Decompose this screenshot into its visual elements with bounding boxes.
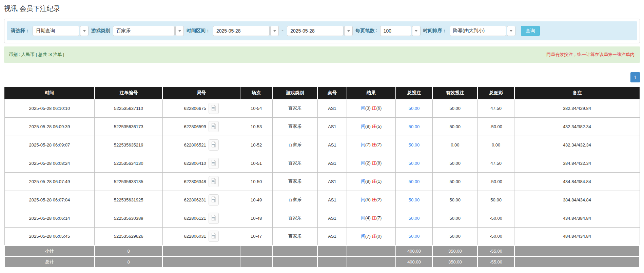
player-score: (7) bbox=[365, 234, 372, 239]
banker-label: 庄 bbox=[372, 197, 376, 202]
remark-cell: 484.84/434.84 bbox=[514, 227, 640, 246]
time-cell: 2025-05-28 06:08:24 bbox=[4, 154, 95, 172]
column-header: 时间 bbox=[4, 87, 95, 99]
date-from-input[interactable] bbox=[213, 26, 270, 36]
session-cell: 10-53 bbox=[240, 117, 273, 136]
total-bet-cell: 50.00 bbox=[396, 209, 433, 227]
order-no-cell: 522535635219 bbox=[95, 136, 162, 154]
chevron-down-icon[interactable] bbox=[412, 26, 421, 36]
player-label: 闲 bbox=[361, 105, 365, 111]
query-type-input[interactable] bbox=[33, 26, 79, 36]
footer-empty-cell bbox=[272, 246, 317, 256]
valid-bet-cell: 50.00 bbox=[432, 191, 477, 209]
result-cell: 闲(7) 庄(0) bbox=[347, 227, 396, 246]
table-no-cell: AS1 bbox=[317, 209, 347, 227]
footer-empty-cell bbox=[514, 246, 640, 256]
video-replay-button[interactable] bbox=[209, 121, 219, 132]
payout-cell: -50.00 bbox=[477, 209, 514, 227]
round-no-content: 622806231 bbox=[164, 194, 239, 206]
pagination-page-1[interactable]: 1 bbox=[630, 72, 640, 82]
valid-bet-cell: 50.00 bbox=[432, 172, 477, 191]
time-sort-input[interactable] bbox=[450, 26, 506, 36]
player-label: 闲 bbox=[361, 215, 365, 220]
footer-total-bet-cell: 400.00 bbox=[396, 246, 433, 256]
game-type-input[interactable] bbox=[113, 26, 175, 36]
round-no-cell: 622806410 bbox=[162, 154, 240, 172]
table-no-cell: AS1 bbox=[317, 99, 347, 117]
banker-score: (1) bbox=[376, 179, 382, 184]
player-label: 闲 bbox=[361, 160, 365, 165]
total-bet-link[interactable]: 50.00 bbox=[409, 142, 420, 148]
column-header: 总派彩 bbox=[477, 87, 514, 99]
result-cell: 闲(2) 庄(8) bbox=[347, 154, 396, 172]
player-label: 闲 bbox=[361, 179, 365, 184]
video-replay-button[interactable] bbox=[209, 139, 219, 151]
footer-count-cell: 8 bbox=[95, 256, 162, 267]
total-bet-link[interactable]: 50.00 bbox=[409, 234, 420, 239]
chevron-down-icon[interactable] bbox=[175, 26, 184, 36]
video-replay-icon bbox=[211, 233, 216, 240]
player-score: (7) bbox=[365, 142, 372, 147]
result-cell: 闲(8) 庄(1) bbox=[347, 172, 396, 191]
column-header: 注单编号 bbox=[95, 87, 162, 99]
chevron-down-icon[interactable] bbox=[507, 26, 515, 36]
video-replay-button[interactable] bbox=[209, 213, 219, 224]
total-bet-link[interactable]: 50.00 bbox=[409, 106, 420, 111]
banker-label: 庄 bbox=[372, 124, 376, 129]
game-type-cell: 百家乐 bbox=[272, 191, 317, 209]
result-cell: 闲(7) 庄(7) bbox=[347, 136, 396, 154]
video-replay-button[interactable] bbox=[209, 103, 219, 114]
footer-payout-cell: -55.00 bbox=[477, 256, 514, 267]
video-replay-button[interactable] bbox=[209, 176, 219, 187]
total-bet-cell: 50.00 bbox=[396, 154, 433, 172]
time-sort-label: 时间排序： bbox=[423, 28, 447, 34]
video-replay-button[interactable] bbox=[209, 231, 219, 242]
session-cell: 10-47 bbox=[240, 227, 273, 246]
records-table-body: 2025-05-28 06:10:10522535637110622806675… bbox=[4, 99, 640, 246]
column-header: 有效投注 bbox=[432, 87, 477, 99]
chevron-down-icon[interactable] bbox=[344, 26, 353, 36]
footer-empty-cell bbox=[317, 246, 347, 256]
round-no-content: 622806521 bbox=[164, 139, 239, 151]
session-cell: 10-52 bbox=[240, 136, 273, 154]
round-no-content: 622806599 bbox=[164, 121, 239, 132]
total-bet-cell: 50.00 bbox=[396, 227, 433, 246]
session-cell: 10-51 bbox=[240, 154, 273, 172]
session-cell: 10-50 bbox=[240, 172, 273, 191]
range-separator: ~ bbox=[281, 28, 284, 34]
order-no-cell: 522535636173 bbox=[95, 117, 162, 136]
banker-score: (5) bbox=[376, 124, 382, 129]
time-sort-combobox bbox=[450, 26, 515, 36]
player-label: 闲 bbox=[361, 124, 365, 129]
total-bet-link[interactable]: 50.00 bbox=[409, 161, 420, 166]
page-root: 视讯 会员下注纪录 请选择： 游戏类别 时间区间： ~ bbox=[0, 0, 644, 271]
filter-bar: 请选择： 游戏类别 时间区间： ~ 每页笔数 : bbox=[7, 21, 637, 40]
result-cell: 闲(8) 庄(5) bbox=[347, 117, 396, 136]
order-no-cell: 522535634130 bbox=[95, 154, 162, 172]
video-replay-button[interactable] bbox=[209, 158, 219, 169]
footer-label-cell: 总计 bbox=[4, 256, 95, 267]
total-bet-cell: 50.00 bbox=[396, 191, 433, 209]
summary-bar: 币别 : 人民币 | 总共 :8 注单 | 同局有效投注，统一计算在该局第一张注… bbox=[4, 46, 640, 63]
video-replay-icon bbox=[211, 196, 216, 203]
date-to-input[interactable] bbox=[287, 26, 344, 36]
total-bet-link[interactable]: 50.00 bbox=[409, 124, 420, 129]
table-row: 2025-05-28 06:07:04522535631925622806231… bbox=[4, 191, 640, 209]
records-table-head: 时间注单编号局号场次游戏类别桌号结果总投注有效投注总派彩备注 bbox=[4, 87, 640, 99]
session-cell: 10-48 bbox=[240, 209, 273, 227]
banker-label: 庄 bbox=[372, 142, 376, 147]
header-row: 时间注单编号局号场次游戏类别桌号结果总投注有效投注总派彩备注 bbox=[4, 87, 640, 99]
column-header: 场次 bbox=[240, 87, 273, 99]
game-type-cell: 百家乐 bbox=[272, 209, 317, 227]
total-bet-link[interactable]: 50.00 bbox=[409, 216, 420, 221]
chevron-down-icon[interactable] bbox=[270, 26, 279, 36]
round-no-cell: 622806599 bbox=[162, 117, 240, 136]
chevron-down-icon[interactable] bbox=[80, 26, 89, 36]
search-button[interactable]: 查询 bbox=[521, 26, 540, 36]
total-bet-link[interactable]: 50.00 bbox=[409, 179, 420, 184]
per-page-input[interactable] bbox=[380, 26, 411, 36]
total-bet-link[interactable]: 50.00 bbox=[409, 197, 420, 202]
video-replay-button[interactable] bbox=[209, 194, 219, 206]
player-label: 闲 bbox=[361, 142, 365, 147]
table-no-cell: AS1 bbox=[317, 227, 347, 246]
